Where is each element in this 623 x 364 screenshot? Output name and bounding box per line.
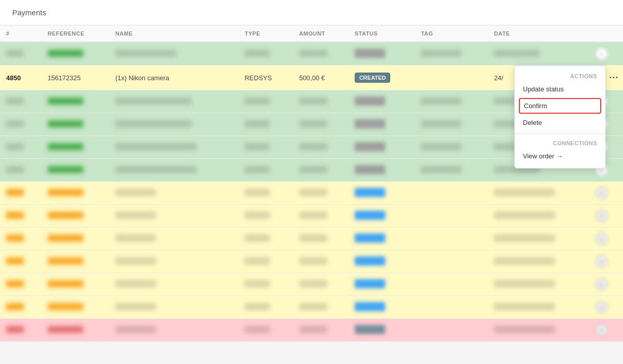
page-title: Payments xyxy=(12,8,46,17)
cell-action[interactable]: › xyxy=(589,42,623,65)
cell-id xyxy=(0,42,42,65)
col-name: Name xyxy=(109,25,239,42)
cell-tag xyxy=(415,42,488,65)
cell-ref xyxy=(42,42,109,65)
cell-date xyxy=(488,42,589,65)
table-row: › xyxy=(0,227,623,250)
cell-status xyxy=(349,42,415,65)
col-date: Date xyxy=(488,25,589,42)
table-row: › xyxy=(0,205,623,227)
dots-menu-button[interactable]: ··· xyxy=(607,71,621,85)
table-row: › xyxy=(0,319,623,342)
page-header: Payments xyxy=(0,0,623,25)
col-tag: Tag xyxy=(415,25,488,42)
cell-name: (1x) Nikon camera xyxy=(109,65,239,90)
cell-tag xyxy=(415,65,488,90)
highlighted-row: 4850 156172325 (1x) Nikon camera REDSYS … xyxy=(0,65,623,90)
actions-section-label: Actions xyxy=(515,70,605,81)
cell-ref: 156172325 xyxy=(42,65,109,90)
col-amount: Amount xyxy=(293,25,349,42)
connections-section-label: Connections xyxy=(515,137,605,148)
cell-amount xyxy=(293,42,349,65)
cell-type xyxy=(238,42,293,65)
cell-id: 4850 xyxy=(0,65,42,90)
table-row: › xyxy=(0,250,623,273)
cell-name xyxy=(109,42,239,65)
table-row: › xyxy=(0,42,623,65)
cell-action-menu: ··· Actions Update status Confirm Delete… xyxy=(589,65,623,90)
col-reference: Reference xyxy=(42,25,109,42)
cell-status: CREATED xyxy=(349,65,415,90)
table-row: › xyxy=(0,273,623,296)
col-type: Type xyxy=(238,25,293,42)
update-status-menu-item[interactable]: Update status xyxy=(515,81,605,97)
context-menu: Actions Update status Confirm Delete Con… xyxy=(514,65,606,169)
col-actions xyxy=(589,25,623,42)
table-row: › xyxy=(0,296,623,319)
view-order-menu-item[interactable]: View order → xyxy=(515,148,605,164)
table-container: # Reference Name Type Amount Status Tag … xyxy=(0,25,623,342)
col-id: # xyxy=(0,25,42,42)
delete-menu-item[interactable]: Delete xyxy=(515,115,605,130)
menu-divider xyxy=(515,134,605,134)
table-row: › xyxy=(0,182,623,205)
cell-type: REDSYS xyxy=(238,65,293,90)
cell-amount: 500,00 € xyxy=(293,65,349,90)
confirm-menu-item[interactable]: Confirm xyxy=(519,98,601,114)
col-status: Status xyxy=(349,25,415,42)
context-menu-wrapper: ··· Actions Update status Confirm Delete… xyxy=(607,71,621,85)
